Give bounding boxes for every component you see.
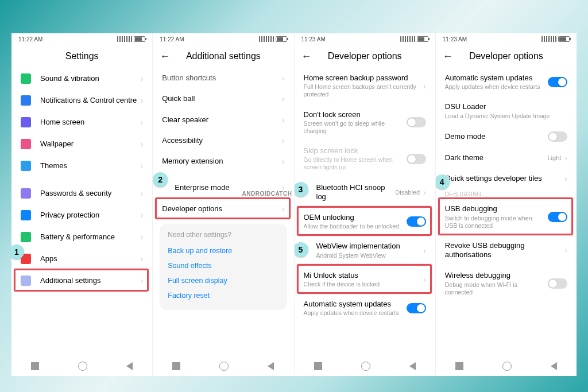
setting-icon xyxy=(21,117,31,127)
chevron-right-icon: › xyxy=(141,139,144,149)
android-nav-bar xyxy=(295,356,435,376)
setting-row[interactable]: Accessibility› xyxy=(153,130,293,151)
setting-row[interactable]: Automatic system updatesApply updates wh… xyxy=(295,294,435,323)
nav-home-icon[interactable] xyxy=(502,362,512,371)
setting-value: Disabled xyxy=(395,189,420,196)
need-other-settings-box: Need other settings?Back up and restoreS… xyxy=(160,224,287,310)
needbox-link[interactable]: Sound effects xyxy=(168,258,278,273)
setting-icon xyxy=(21,254,31,264)
toggle-switch[interactable] xyxy=(548,77,567,87)
battery-icon xyxy=(558,36,570,42)
setting-icon xyxy=(21,73,31,84)
setting-row[interactable]: Clear speaker› xyxy=(153,110,293,130)
setting-row[interactable]: Home screen backup passwordFull Home scr… xyxy=(295,68,435,104)
setting-row[interactable]: Sound & vibration› xyxy=(11,68,152,90)
setting-row[interactable]: Memory extension› xyxy=(153,151,293,172)
setting-row[interactable]: Dark themeLight› xyxy=(436,148,577,168)
chevron-right-icon: › xyxy=(141,96,144,105)
setting-row[interactable]: Revoke USB debugging authorisations› xyxy=(436,235,577,266)
screen-header: ←Developer options xyxy=(295,45,435,68)
setting-label: Don't lock screen xyxy=(304,110,403,119)
toggle-switch[interactable] xyxy=(407,216,426,227)
screen-title: Developer options xyxy=(469,51,543,61)
back-button[interactable]: ← xyxy=(160,51,170,63)
toggle-switch[interactable] xyxy=(548,131,567,142)
chevron-right-icon: › xyxy=(564,153,567,162)
setting-row[interactable]: Mi Unlock statusCheck if the device is l… xyxy=(295,265,435,294)
setting-row[interactable]: Apps› xyxy=(11,248,152,270)
status-time: 11:23 AM xyxy=(301,36,326,42)
setting-subtitle: Go directly to Home screen when screen l… xyxy=(304,156,403,171)
needbox-link[interactable]: Factory reset xyxy=(168,288,278,303)
back-button[interactable]: ← xyxy=(443,51,453,63)
setting-row[interactable]: Bluetooth HCI snoop logDisabled› xyxy=(295,177,435,208)
setting-row[interactable]: DSU LoaderLoad a Dynamic System Update I… xyxy=(436,96,577,125)
toggle-switch[interactable] xyxy=(407,154,426,164)
setting-label: Accessibility xyxy=(162,136,278,145)
setting-label: Automatic system updates xyxy=(445,73,544,83)
nav-back-icon[interactable] xyxy=(126,362,133,370)
setting-row[interactable]: Quick settings developer tiles› xyxy=(436,168,577,189)
nav-recent-icon[interactable] xyxy=(455,362,463,370)
setting-row[interactable]: Quick ball› xyxy=(153,88,293,109)
toggle-switch[interactable] xyxy=(407,303,426,313)
nav-recent-icon[interactable] xyxy=(172,362,180,370)
setting-label: Home screen backup password xyxy=(304,73,420,83)
status-indicators xyxy=(117,36,145,42)
status-time: 11:23 AM xyxy=(443,36,467,42)
setting-row[interactable]: WebView implementationAndroid System Web… xyxy=(295,236,435,265)
setting-row[interactable]: Automatic system updatesApply updates wh… xyxy=(436,68,577,96)
phone-screen-2: 11:22 AM←Additional settingsButton short… xyxy=(153,33,294,376)
setting-row[interactable]: Developer options› xyxy=(153,199,293,219)
setting-label: Battery & performance xyxy=(40,232,137,242)
toggle-switch[interactable] xyxy=(548,278,567,289)
signal-icon xyxy=(259,36,274,42)
setting-label: Clear speaker xyxy=(162,115,278,125)
setting-icon xyxy=(21,232,31,242)
setting-row[interactable]: Button shortcuts› xyxy=(153,68,293,88)
setting-label: Bluetooth HCI snoop log xyxy=(316,183,392,202)
chevron-right-icon: › xyxy=(282,204,285,214)
setting-label: Notifications & Control centre xyxy=(40,96,137,105)
nav-recent-icon[interactable] xyxy=(314,362,322,370)
setting-row[interactable]: OEM unlockingAllow the bootloader to be … xyxy=(295,207,435,236)
nav-home-icon[interactable] xyxy=(78,362,87,371)
setting-row[interactable]: Notifications & Control centre› xyxy=(11,90,152,111)
toggle-switch[interactable] xyxy=(548,212,567,222)
setting-row[interactable]: Passwords & security› xyxy=(11,183,152,204)
nav-home-icon[interactable] xyxy=(219,362,229,371)
signal-icon xyxy=(541,36,556,42)
nav-back-icon[interactable] xyxy=(551,362,557,370)
setting-row[interactable]: USB debuggingSwitch to debugging mode wh… xyxy=(436,199,577,235)
setting-label: Skip screen lock xyxy=(304,146,403,156)
nav-back-icon[interactable] xyxy=(409,362,416,370)
setting-label: Themes xyxy=(40,161,137,170)
nav-home-icon[interactable] xyxy=(361,362,370,371)
setting-row[interactable]: Wireless debuggingDebug mode when Wi-Fi … xyxy=(436,265,577,302)
section-header: DEBUGGING xyxy=(436,189,577,199)
setting-row[interactable]: Demo mode xyxy=(436,126,577,148)
setting-row[interactable]: Battery & performance› xyxy=(11,226,152,248)
needbox-link[interactable]: Back up and restore xyxy=(168,243,278,258)
setting-row[interactable]: Skip screen lockGo directly to Home scre… xyxy=(295,141,435,177)
setting-label: Quick settings developer tiles xyxy=(445,174,562,183)
needbox-link[interactable]: Full screen display xyxy=(168,273,278,288)
setting-row[interactable]: Wallpaper› xyxy=(11,133,152,155)
setting-row[interactable]: Themes› xyxy=(11,155,152,177)
nav-recent-icon[interactable] xyxy=(31,362,39,370)
setting-row[interactable]: Additional settings› xyxy=(11,270,152,292)
setting-label: Demo mode xyxy=(445,132,544,141)
setting-subtitle: Switch to debugging mode when USB is con… xyxy=(445,215,544,230)
setting-row[interactable]: Don't lock screenScreen won't go to slee… xyxy=(295,104,435,141)
back-button[interactable]: ← xyxy=(301,51,312,63)
battery-icon xyxy=(134,36,145,42)
toggle-switch[interactable] xyxy=(407,117,426,127)
chevron-right-icon: › xyxy=(423,188,426,197)
setting-row[interactable]: Privacy protection› xyxy=(11,204,152,226)
status-bar: 11:22 AM xyxy=(153,33,293,45)
setting-subtitle: Full Home screen backups aren't currentl… xyxy=(304,83,420,98)
setting-icon xyxy=(21,95,31,106)
setting-row[interactable]: Home screen› xyxy=(11,111,152,133)
nav-back-icon[interactable] xyxy=(268,362,274,370)
chevron-right-icon: › xyxy=(564,246,567,255)
